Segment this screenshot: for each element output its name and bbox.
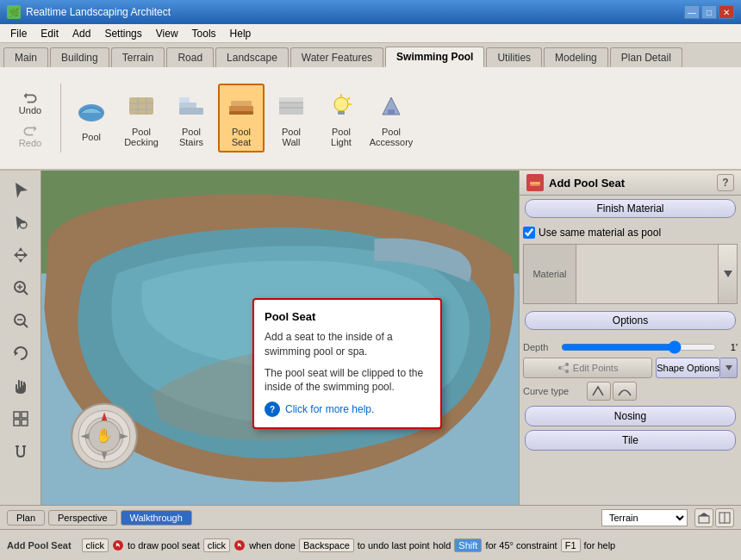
tile-button[interactable]: Tile bbox=[525, 430, 736, 451]
status-backspace-desc: to undo last point bbox=[358, 540, 430, 551]
view-icon-1[interactable] bbox=[694, 508, 713, 527]
options-button[interactable]: Options bbox=[525, 311, 736, 330]
svg-rect-55 bbox=[530, 182, 540, 184]
tool-pan[interactable] bbox=[5, 240, 36, 271]
svg-rect-56 bbox=[530, 184, 540, 186]
material-area: Material bbox=[523, 244, 738, 304]
tab-utilities[interactable]: Utilities bbox=[486, 47, 542, 67]
tab-modeling[interactable]: Modeling bbox=[544, 47, 608, 67]
undo-button[interactable]: Undo bbox=[7, 87, 53, 116]
tool-pool-wall[interactable]: PoolWall bbox=[268, 84, 314, 152]
depth-slider[interactable] bbox=[561, 340, 717, 354]
maximize-button[interactable]: □ bbox=[701, 5, 717, 19]
close-button[interactable]: ✕ bbox=[719, 5, 734, 19]
tab-bar: Main Building Terrain Road Landscape Wat… bbox=[0, 43, 741, 67]
right-panel: Add Pool Seat ? Finish Material Use same… bbox=[519, 171, 741, 505]
svg-marker-63 bbox=[699, 513, 709, 516]
nosing-tile-section: Nosing Tile bbox=[525, 406, 736, 451]
tooltip-help-link[interactable]: ? Click for more help. bbox=[265, 401, 430, 417]
tab-landscape[interactable]: Landscape bbox=[215, 47, 289, 67]
tool-pool-seat[interactable]: PoolSeat bbox=[218, 84, 265, 152]
tool-pool-stairs[interactable]: PoolStairs bbox=[168, 84, 215, 152]
menu-tools[interactable]: Tools bbox=[185, 26, 223, 41]
tab-swimming-pool[interactable]: Swimming Pool bbox=[385, 47, 484, 67]
edit-points-button[interactable]: Edit Points bbox=[523, 358, 652, 378]
minimize-button[interactable]: — bbox=[684, 5, 700, 19]
tool-select[interactable] bbox=[5, 207, 36, 238]
tab-plan-detail[interactable]: Plan Detail bbox=[610, 47, 682, 67]
tooltip-title: Pool Seat bbox=[265, 310, 430, 323]
terrain-select[interactable]: Terrain bbox=[601, 509, 688, 526]
view-icon-2[interactable] bbox=[715, 508, 734, 527]
view-icon-group bbox=[694, 508, 734, 527]
separator-1 bbox=[60, 84, 61, 152]
redo-button[interactable]: Redo bbox=[7, 120, 53, 149]
svg-rect-9 bbox=[229, 106, 253, 111]
same-material-checkbox[interactable] bbox=[523, 227, 535, 239]
tab-building[interactable]: Building bbox=[50, 47, 109, 67]
tool-pool-accessory-label: PoolAccessory bbox=[370, 127, 414, 147]
depth-row: Depth 1' bbox=[520, 339, 741, 356]
view-perspective[interactable]: Perspective bbox=[48, 510, 116, 526]
svg-marker-31 bbox=[15, 351, 18, 356]
tab-water-features[interactable]: Water Features bbox=[290, 47, 383, 67]
edit-shape-row: Edit Points Shape Options bbox=[520, 356, 741, 380]
tool-zoom-out[interactable] bbox=[5, 305, 36, 336]
tool-pool-decking[interactable]: PoolDecking bbox=[118, 84, 165, 152]
svg-rect-7 bbox=[179, 103, 196, 108]
menu-help[interactable]: Help bbox=[223, 26, 258, 41]
panel-help-button[interactable]: ? bbox=[717, 174, 734, 191]
tab-main[interactable]: Main bbox=[3, 47, 48, 67]
curve-type-1-button[interactable] bbox=[587, 382, 611, 401]
view-plan[interactable]: Plan bbox=[7, 510, 45, 526]
tool-magnet[interactable] bbox=[5, 436, 36, 467]
shape-options-group: Shape Options bbox=[656, 358, 738, 378]
tool-pool-accessory[interactable]: PoolAccessory bbox=[368, 84, 414, 152]
status-hold: hold bbox=[433, 540, 451, 551]
curve-type-row: Curve type bbox=[520, 380, 741, 402]
main-area: ✋ Pool Seat Add a seat to the inside of … bbox=[0, 171, 741, 505]
tool-rotate[interactable] bbox=[5, 338, 36, 369]
tool-cursor[interactable] bbox=[5, 174, 36, 205]
svg-rect-20 bbox=[338, 111, 345, 115]
status-click-2: click bbox=[203, 538, 230, 552]
nosing-button[interactable]: Nosing bbox=[525, 406, 736, 426]
menu-view[interactable]: View bbox=[149, 26, 185, 41]
material-dropdown-button[interactable] bbox=[718, 245, 737, 303]
shape-options-dropdown[interactable] bbox=[720, 358, 738, 378]
material-preview[interactable] bbox=[576, 245, 718, 303]
window-controls: — □ ✕ bbox=[684, 5, 734, 19]
tool-zoom-window[interactable] bbox=[5, 272, 36, 303]
status-step1-desc: to draw pool seat bbox=[128, 540, 200, 551]
curve-type-2-button[interactable] bbox=[613, 382, 637, 401]
menu-add[interactable]: Add bbox=[65, 26, 97, 41]
panel-icon bbox=[526, 174, 544, 191]
same-material-row: Use same material as pool bbox=[520, 225, 741, 240]
tool-pool-light-label: PoolLight bbox=[331, 127, 352, 147]
menu-bar: File Edit Add Settings View Tools Help bbox=[0, 24, 741, 43]
tool-pool-stairs-label: PoolStairs bbox=[179, 127, 203, 147]
tool-grid[interactable] bbox=[5, 403, 36, 434]
status-bar: Add Pool Seat click to draw pool seat cl… bbox=[0, 529, 741, 560]
panel-header: Add Pool Seat ? bbox=[520, 171, 741, 196]
view-walkthrough[interactable]: Walkthrough bbox=[121, 510, 192, 526]
tab-terrain[interactable]: Terrain bbox=[111, 47, 165, 67]
finish-material-button[interactable]: Finish Material bbox=[525, 199, 736, 218]
app-icon: 🌿 bbox=[7, 5, 21, 19]
tool-pool[interactable]: Pool bbox=[68, 84, 115, 152]
canvas-area[interactable]: ✋ Pool Seat Add a seat to the inside of … bbox=[41, 171, 519, 505]
shape-options-button[interactable]: Shape Options bbox=[656, 358, 720, 378]
tab-road[interactable]: Road bbox=[166, 47, 214, 67]
status-f1-desc: for help bbox=[584, 540, 616, 551]
tool-pool-seat-label: PoolSeat bbox=[232, 127, 252, 147]
tool-pool-light[interactable]: PoolLight bbox=[318, 84, 364, 152]
toolbar: Main Building Terrain Road Landscape Wat… bbox=[0, 43, 741, 171]
tooltip-text1: Add a seat to the inside of a swimming p… bbox=[265, 330, 430, 359]
status-shift-desc: for 45° constraint bbox=[485, 540, 557, 551]
menu-settings[interactable]: Settings bbox=[97, 26, 148, 41]
menu-edit[interactable]: Edit bbox=[34, 26, 65, 41]
pool-seat-icon bbox=[224, 89, 258, 123]
tool-hand[interactable] bbox=[5, 370, 36, 401]
redo-label: Redo bbox=[19, 138, 41, 148]
menu-file[interactable]: File bbox=[3, 26, 34, 41]
